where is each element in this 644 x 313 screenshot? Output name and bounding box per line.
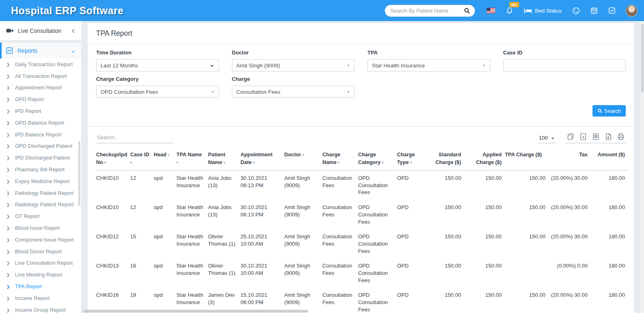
sidebar-item-opd-discharged-patient[interactable]: ❯OPD Discharged Patient [0, 140, 81, 152]
column-header-standard-charge: Standard Charge ($) [429, 149, 464, 171]
table-cell: 16 [130, 258, 154, 287]
sort-icon[interactable]: ▾ [380, 160, 384, 165]
column-header-case-id[interactable]: Case ID ▾ [130, 149, 154, 171]
notifications-button[interactable]: 591 [506, 7, 513, 15]
table-cell: Amit Singh (9009) [284, 287, 322, 313]
table-cell: Olivier Thomas (1) [208, 258, 240, 287]
tasks-button[interactable] [608, 7, 616, 14]
column-header-label: TPA Name [176, 151, 202, 158]
column-header-label: Case ID [130, 151, 149, 158]
sidebar-item-ipd-balance-report[interactable]: ❯IPD Balance Report [0, 129, 81, 140]
search-icon[interactable] [464, 8, 470, 14]
horizontal-scrollbar[interactable] [83, 310, 308, 313]
sidebar-item-label: TPA Report [15, 283, 42, 289]
sidebar-item-income-group-report[interactable]: ❯Income Group Report [0, 304, 81, 313]
column-header-head[interactable]: Head ▾ [154, 149, 176, 171]
print-export-icon[interactable] [618, 133, 624, 140]
sidebar-item-opd-balance-report[interactable]: ❯OPD Balance Report [0, 117, 81, 129]
column-header-checkup-ipd-no[interactable]: Checkup/Ipd No ▾ [96, 149, 130, 171]
doctor-select[interactable]: Amit Singh (9009) ▼ [232, 59, 355, 71]
sidebar-item-tpa-report[interactable]: ❯TPA Report [0, 281, 81, 292]
charge-category-select[interactable]: OPD Consultation Fees ▼ [96, 86, 219, 98]
vertical-scrollbar-thumb[interactable] [641, 24, 644, 93]
sort-icon[interactable]: ▾ [337, 160, 340, 165]
sort-icon[interactable]: ▾ [103, 160, 106, 165]
sort-icon[interactable]: ▾ [301, 153, 304, 157]
us-flag-icon[interactable] [487, 8, 495, 13]
sidebar-item-blood-donor-report[interactable]: ❯Blood Donor Report [0, 246, 81, 257]
sort-icon[interactable]: ▾ [130, 160, 132, 165]
column-header-charge-category[interactable]: Charge Category ▾ [358, 149, 397, 171]
sort-icon[interactable]: ▾ [222, 160, 225, 165]
sidebar-item-live-consultation[interactable]: Live Consultation ❮ [0, 21, 81, 40]
column-header-patient-name[interactable]: Patient Name ▾ [208, 149, 240, 171]
excel-export-icon[interactable]: x [580, 133, 586, 140]
column-header-label: Standard Charge ($) [436, 151, 461, 165]
pdf-export-icon[interactable]: A [605, 133, 612, 140]
sidebar-item-radiology-patient-report[interactable]: ❯Radiology Patient Report [0, 199, 81, 211]
sidebar-item-ot-report[interactable]: ❯OT Report [0, 210, 81, 222]
patient-search-box[interactable] [385, 5, 475, 17]
sidebar-item-reports[interactable]: Reports ⌄ [0, 43, 81, 58]
vertical-scrollbar[interactable] [641, 21, 644, 313]
user-avatar[interactable] [626, 5, 638, 17]
table-cell: Consultation Fees [322, 229, 358, 258]
chevron-right-icon: ❯ [6, 97, 10, 101]
sidebar-scrollbar[interactable] [78, 141, 80, 206]
tpa-select[interactable]: Star Health Insurance ▼ [367, 59, 490, 71]
sidebar-item-income-report[interactable]: ❯Income Report [0, 292, 81, 304]
sidebar-item-appointment-report[interactable]: ❯Appointment Report [0, 82, 81, 94]
patient-search-input[interactable] [390, 7, 464, 14]
calendar-button[interactable] [590, 7, 598, 14]
sidebar-item-component-issue-report[interactable]: ❯Component Issue Report [0, 234, 81, 246]
chevron-down-icon: ⌄ [551, 134, 555, 140]
time-duration-select[interactable]: Last 12 Months ⌄ [96, 59, 219, 71]
column-header-doctor[interactable]: Doctor ▾ [284, 149, 322, 171]
table-cell: 150.00 [505, 171, 549, 200]
sidebar-item-opd-report[interactable]: ❯OPD Report [0, 93, 81, 105]
selected-value: OPD Consultation Fees [101, 89, 158, 95]
page-size-select[interactable]: 100 ⌄ [537, 134, 556, 143]
table-cell: OPD [397, 200, 429, 229]
search-button[interactable]: Search [592, 105, 626, 117]
table-cell: 30.10.2021 10:00 AM [240, 258, 284, 287]
sidebar-item-ipd-discharged-patient[interactable]: ❯IPD Discharged Patient [0, 152, 81, 164]
table-search-input[interactable] [96, 133, 174, 143]
sort-icon[interactable]: ▾ [176, 160, 178, 165]
column-header-tpa-name[interactable]: TPA Name ▾ [176, 149, 208, 171]
sidebar-item-pharmacy-bill-report[interactable]: ❯Pharmacy Bill Report [0, 164, 81, 175]
sort-icon[interactable]: ▾ [252, 160, 255, 165]
sidebar-item-blood-issue-report[interactable]: ❯Blood Issue Report [0, 222, 81, 234]
column-header-appointment-date[interactable]: Appointment Date ▾ [240, 149, 284, 171]
table-cell: Amit Singh (9009) [284, 171, 322, 200]
charge-select[interactable]: Consultation Fees ▼ [232, 86, 355, 98]
sidebar-item-daily-transaction-report[interactable]: ❯Daily Transaction Report [0, 58, 81, 70]
sort-icon[interactable]: ▾ [409, 160, 412, 165]
sidebar-item-live-consultation-report[interactable]: ❯Live Consultation Report [0, 257, 81, 269]
table-cell: 180.00 [591, 287, 628, 313]
table-cell: (20.00%) 30.00 [549, 171, 591, 200]
table-cell: Amit Singh (9009) [284, 229, 322, 258]
sidebar-item-expiry-medicine-report[interactable]: ❯Expiry Medicine Report [0, 175, 81, 187]
sidebar-item-pathology-patient-report[interactable]: ❯Pathology Patient Report [0, 187, 81, 199]
sidebar-report-items: ❯Daily Transaction Report❯All Transactio… [0, 58, 81, 313]
tpa-report-table: Checkup/Ipd No ▾Case ID ▾Head ▾TPA Name … [96, 149, 628, 313]
bed-status-button[interactable]: Bed Status [524, 8, 562, 14]
whatsapp-button[interactable] [572, 7, 580, 15]
chart-icon [6, 47, 13, 54]
sidebar-item-label: Component Issue Report [15, 237, 74, 243]
csv-export-icon[interactable] [592, 133, 599, 140]
sort-icon[interactable]: ▾ [166, 153, 170, 157]
sidebar-item-all-transaction-report[interactable]: ❯All Transaction Report [0, 70, 81, 82]
copy-export-icon[interactable] [567, 133, 574, 140]
page-size-value: 100 [539, 135, 548, 141]
case-id-input[interactable] [503, 59, 626, 71]
sidebar-item-ipd-report[interactable]: ❯IPD Report [0, 105, 81, 117]
sidebar-item-live-meeting-report[interactable]: ❯Live Meeting Report [0, 269, 81, 281]
table-cell: Star Health Insurance [176, 171, 208, 200]
column-header-charge-name[interactable]: Charge Name ▾ [322, 149, 358, 171]
column-header-charge-type[interactable]: Charge Type ▾ [397, 149, 429, 171]
table-cell: 19 [130, 287, 154, 313]
sidebar-item-label: IPD Balance Report [15, 132, 62, 138]
table-cell: 150.00 [429, 171, 464, 200]
